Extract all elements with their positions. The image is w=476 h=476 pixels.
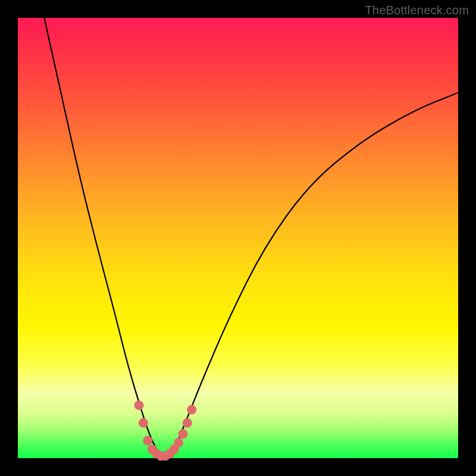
curve-layer [18, 18, 458, 458]
valley-dot [183, 418, 192, 428]
plot-area [18, 18, 458, 458]
valley-dot [139, 418, 148, 428]
bottleneck-curve [44, 18, 458, 458]
valley-dot [187, 405, 196, 415]
watermark-text: TheBottleneck.com [365, 4, 469, 17]
chart-frame: TheBottleneck.com [0, 0, 476, 476]
valley-dot [174, 438, 183, 447]
valley-dot [178, 429, 188, 439]
valley-dot [134, 400, 144, 410]
valley-markers [134, 400, 197, 461]
valley-dot [143, 436, 152, 445]
